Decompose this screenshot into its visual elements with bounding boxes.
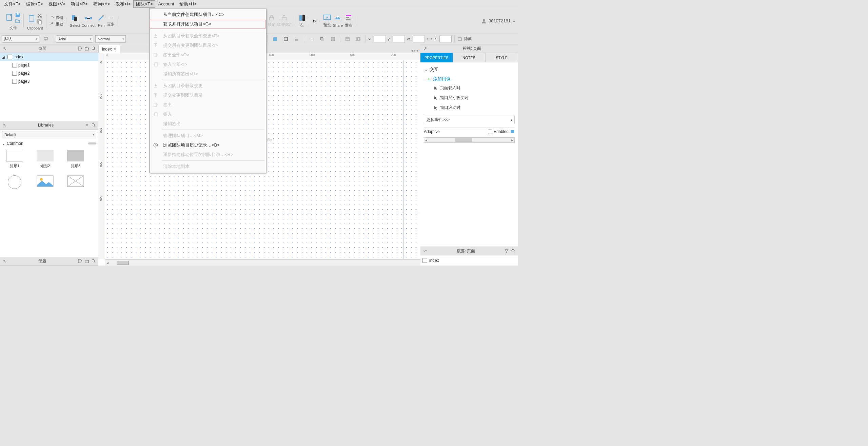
menu-view[interactable]: 视图<V> [46, 0, 68, 8]
event-window-resize[interactable]: 窗口尺寸改变时 [424, 94, 515, 102]
tab-style[interactable]: STYLE [485, 53, 518, 62]
outline-item-index[interactable]: index [422, 257, 516, 264]
tab-scroll-right[interactable]: ▸ [414, 48, 416, 53]
preview-icon[interactable] [323, 13, 332, 22]
page-row-page2[interactable]: page2 [0, 69, 98, 77]
menu-help[interactable]: 帮助<H> [177, 0, 199, 8]
widget-rect3[interactable]: 矩形3 [64, 150, 87, 169]
weight-select[interactable]: Normal [95, 35, 126, 43]
menu-get-open-team-project[interactable]: 获取并打开团队项目<G> [150, 19, 266, 29]
menu-icon[interactable]: ≡ [84, 122, 90, 128]
tab-scroll-left[interactable]: ◂ [411, 48, 413, 53]
add-case-link[interactable]: ＋添加用例 [424, 76, 515, 82]
publish-icon[interactable] [344, 13, 353, 22]
save-icon[interactable] [15, 12, 20, 18]
y-input[interactable] [393, 36, 405, 42]
page-row-page1[interactable]: page1 [0, 61, 98, 69]
tab-list-dropdown[interactable]: ▾ [416, 48, 418, 53]
add-master-icon[interactable] [77, 258, 83, 264]
more-icon[interactable]: ⋯ [108, 15, 114, 21]
widget-placeholder[interactable] [64, 175, 87, 189]
widget-image[interactable] [33, 175, 57, 189]
cut-icon[interactable] [37, 13, 42, 18]
collapse-icon[interactable]: ↗ [422, 46, 428, 51]
menu-create-team-project[interactable]: 从当前文件创建团队项目…<C> [150, 10, 266, 19]
preset-select[interactable]: 默认 [2, 35, 39, 43]
copy-icon[interactable] [37, 19, 42, 24]
settings-icon[interactable] [510, 129, 515, 134]
select-icon[interactable] [71, 14, 79, 23]
collapse-icon[interactable]: ↖ [2, 46, 7, 51]
filter-icon[interactable] [504, 248, 509, 254]
paste-icon[interactable] [28, 14, 36, 23]
x-input[interactable] [374, 36, 386, 42]
search-icon[interactable] [91, 122, 96, 128]
menu-team[interactable]: 团队<T> [133, 0, 155, 8]
widget-rect2[interactable]: 矩形2 [33, 150, 57, 169]
menu-edit[interactable]: 编辑<E> [23, 0, 46, 8]
account-menu[interactable]: 301072181 ⌄ [481, 18, 515, 24]
h-input[interactable] [439, 36, 452, 42]
search-icon[interactable] [91, 46, 96, 51]
event-window-scroll[interactable]: 窗口滚动时 [424, 104, 515, 112]
align-left-icon[interactable] [298, 14, 306, 22]
menu-layout[interactable]: 布局<A> [91, 0, 113, 8]
add-folder-icon[interactable] [84, 46, 90, 51]
collapse-icon[interactable]: ↖ [2, 122, 7, 128]
widget-rect1[interactable]: 矩形1 [3, 150, 26, 169]
add-folder-icon[interactable] [84, 258, 90, 264]
search-icon[interactable] [511, 248, 516, 254]
undo-button[interactable]: 撤销 [50, 15, 63, 20]
shadow-inner-btn[interactable] [329, 35, 337, 43]
add-page-icon[interactable] [77, 46, 83, 51]
padding-all-btn[interactable] [354, 35, 363, 43]
page-row-page3[interactable]: page3 [0, 77, 98, 85]
line-width-btn[interactable] [292, 35, 301, 43]
tab-properties[interactable]: PROPERTIES [420, 53, 453, 62]
library-section-common[interactable]: ⌄Common [0, 140, 98, 147]
menu-file[interactable]: 文件<F> [1, 0, 23, 8]
menu-account[interactable]: Account [155, 1, 177, 7]
font-select[interactable]: Arial [56, 35, 93, 43]
lock-icon[interactable] [268, 14, 275, 21]
paint-format-icon[interactable] [41, 35, 50, 43]
scroll-handle[interactable] [88, 142, 96, 144]
scrollbar-thumb[interactable] [117, 261, 129, 265]
border-color-btn[interactable] [281, 35, 290, 43]
more-events-select[interactable]: 更多事件>>>▾ [424, 116, 515, 124]
unlock-icon[interactable] [280, 14, 288, 21]
menu-publish[interactable]: 发布<I> [113, 0, 134, 8]
toolbar-overflow-button[interactable]: » [313, 17, 316, 24]
w-input[interactable] [413, 36, 425, 42]
expand-arrow-icon[interactable]: ◢ [2, 55, 6, 59]
new-file-icon[interactable] [6, 14, 14, 22]
redo-button[interactable]: 重做 [50, 22, 63, 27]
tab-index[interactable]: index× [98, 45, 120, 53]
search-icon[interactable] [91, 258, 96, 264]
open-icon[interactable] [15, 18, 20, 24]
adaptive-scrollbar[interactable]: ◂ ▸ [424, 137, 515, 143]
interactions-section[interactable]: ⌄交互 [424, 65, 515, 74]
close-icon[interactable]: × [114, 46, 117, 52]
scroll-left-arrow[interactable]: ◂ [105, 260, 110, 265]
line-arrow-btn[interactable] [307, 35, 316, 43]
tab-notes[interactable]: NOTES [453, 53, 486, 62]
collapse-icon[interactable]: ↖ [2, 258, 7, 264]
menu-project[interactable]: 项目<P> [68, 0, 91, 8]
widget-ellipse[interactable] [3, 175, 26, 189]
menu-browse-history[interactable]: 浏览团队项目历史记录…<B> [150, 140, 266, 150]
horizontal-scrollbar[interactable]: ◂ [105, 259, 420, 266]
lock-aspect-icon[interactable]: ⟷ [427, 37, 432, 41]
pen-icon[interactable] [97, 14, 106, 23]
fill-color-btn[interactable] [271, 35, 279, 43]
collapse-icon[interactable]: ↗ [422, 248, 428, 254]
event-page-load[interactable]: 页面载入时 [424, 84, 515, 92]
page-row-index[interactable]: ◢ index [0, 53, 98, 61]
padding-top-btn[interactable] [343, 35, 352, 43]
library-select[interactable]: Default [2, 131, 96, 138]
share-icon[interactable] [333, 14, 342, 23]
enabled-checkbox[interactable] [488, 130, 492, 134]
visibility-icon[interactable] [457, 37, 462, 41]
shadow-outer-btn[interactable] [318, 35, 327, 43]
connect-icon[interactable] [84, 14, 93, 23]
